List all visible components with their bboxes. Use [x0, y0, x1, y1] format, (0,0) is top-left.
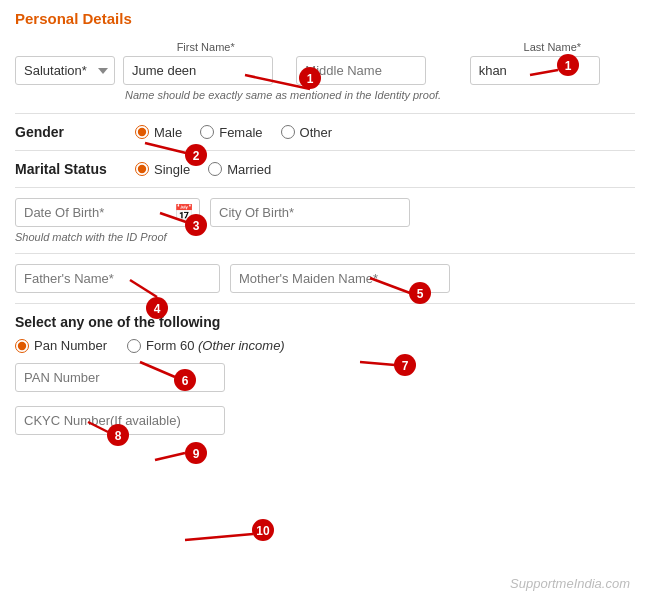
watermark: SupportmeIndia.com — [510, 576, 630, 591]
svg-line-32 — [185, 534, 253, 540]
last-name-label: Last Name* — [470, 41, 635, 53]
first-name-label: First Name* — [123, 41, 288, 53]
form60-radio[interactable]: Form 60 (Other income) — [127, 338, 285, 353]
parents-row — [15, 264, 635, 293]
gender-label: Gender — [15, 124, 115, 140]
marital-single[interactable]: Single — [135, 162, 190, 177]
marital-status-row: Marital Status Single Married — [15, 161, 635, 177]
dob-hint: Should match with the ID Proof — [15, 231, 635, 243]
page-title: Personal Details — [15, 10, 635, 27]
marital-status-label: Marital Status — [15, 161, 115, 177]
marital-married[interactable]: Married — [208, 162, 271, 177]
middle-name-label — [296, 41, 461, 53]
svg-point-21 — [394, 354, 416, 376]
fathers-name-input[interactable] — [15, 264, 220, 293]
svg-line-29 — [155, 453, 185, 460]
svg-line-23 — [360, 362, 395, 365]
ckyc-number-input[interactable] — [15, 406, 225, 435]
gender-row: Gender Male Female Other — [15, 124, 635, 140]
name-hint: Name should be exactly same as mentioned… — [125, 89, 635, 101]
city-of-birth-input[interactable] — [210, 198, 410, 227]
mothers-maiden-name-input[interactable] — [230, 264, 450, 293]
dob-wrapper: 📅 — [15, 198, 200, 227]
select-heading: Select any one of the following — [15, 314, 635, 330]
pan-form60-row: Pan Number Form 60 (Other income) — [15, 338, 635, 353]
salutation-label — [15, 41, 115, 53]
marital-radio-group: Single Married — [135, 162, 271, 177]
pan-number-radio[interactable]: Pan Number — [15, 338, 107, 353]
first-name-input[interactable] — [123, 56, 273, 85]
svg-text:9: 9 — [193, 447, 200, 461]
svg-point-30 — [252, 519, 274, 541]
gender-other[interactable]: Other — [281, 125, 333, 140]
last-name-input[interactable] — [470, 56, 600, 85]
dob-input[interactable] — [15, 198, 200, 227]
middle-name-input[interactable] — [296, 56, 426, 85]
gender-female[interactable]: Female — [200, 125, 262, 140]
svg-text:10: 10 — [256, 524, 270, 538]
salutation-select[interactable]: Salutation* Mr. Mrs. Ms. Dr. — [15, 56, 115, 85]
gender-male[interactable]: Male — [135, 125, 182, 140]
svg-line-8 — [145, 143, 186, 153]
dob-city-row: 📅 — [15, 198, 635, 227]
svg-point-27 — [185, 442, 207, 464]
svg-text:7: 7 — [402, 359, 409, 373]
gender-radio-group: Male Female Other — [135, 125, 332, 140]
pan-number-input[interactable] — [15, 363, 225, 392]
